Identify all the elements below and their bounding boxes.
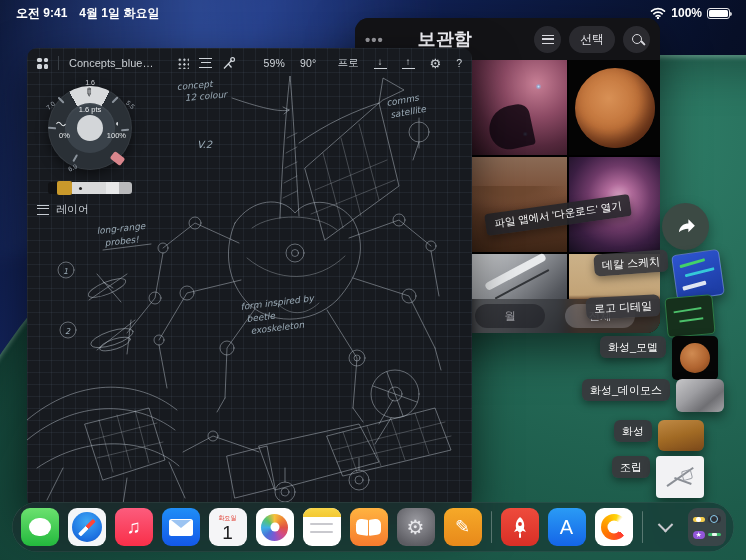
drag-item-logo[interactable]: 로고 디테일 xyxy=(586,296,714,336)
notes-header xyxy=(303,508,341,517)
wifi-icon xyxy=(650,7,666,19)
drag-item-mars[interactable]: 화성 xyxy=(614,420,704,451)
concepts-toolbar[interactable]: Concepts_blue… 59% 90° 프로 ↓ ↑ ⚙ ? xyxy=(27,48,472,78)
drag-item-deimos[interactable]: 화성_데이모스 xyxy=(582,379,724,412)
vector-nib-icon[interactable] xyxy=(222,57,236,70)
dock-divider xyxy=(491,511,492,543)
mini-app-icon xyxy=(708,515,721,523)
drag-item-label: 화성_모델 xyxy=(600,336,666,358)
document-title[interactable]: Concepts_blue… xyxy=(69,57,153,69)
search-button[interactable] xyxy=(623,26,650,53)
battery-percent: 100% xyxy=(671,6,702,20)
calendar-icon[interactable]: 화요일 1 xyxy=(209,508,247,546)
drag-item-label: 데칼 스케치 xyxy=(593,249,668,276)
annotation-probes: long-range xyxy=(96,221,147,236)
messages-icon[interactable] xyxy=(21,508,59,546)
ipad-screen: 오전 9:41 4월 1일 화요일 100% xyxy=(0,0,746,560)
swatch-light-gray[interactable] xyxy=(72,182,106,194)
share-button[interactable] xyxy=(662,203,709,250)
smoothing-icon xyxy=(56,120,66,128)
sketch-pen-icon[interactable]: ✎ xyxy=(444,508,482,546)
sketch-rover-robot xyxy=(183,370,451,502)
pro-button[interactable]: 프로 xyxy=(338,56,359,70)
app-store-icon[interactable]: A xyxy=(548,508,586,546)
dock: ♫ 화요일 1 ⚙ ✎ A ★ xyxy=(12,502,734,552)
settings-gear-icon[interactable]: ⚙ xyxy=(430,57,442,70)
tool-wheel-knob[interactable] xyxy=(77,115,103,141)
envelope-icon xyxy=(169,519,193,536)
mars-terrain-thumbnail xyxy=(658,420,704,451)
segment-months[interactable]: 월 xyxy=(475,304,545,328)
mini-app-icon xyxy=(693,517,706,522)
list-icon xyxy=(542,35,554,44)
swatch-white[interactable] xyxy=(106,182,119,194)
drag-item-label: 조립 xyxy=(612,456,650,478)
rocket-icon[interactable] xyxy=(501,508,539,546)
layers-label: 레이어 xyxy=(56,202,89,217)
decal-sketch-thumbnail xyxy=(671,249,725,301)
safari-icon[interactable] xyxy=(68,508,106,546)
swatch-gold-active[interactable] xyxy=(57,181,72,195)
photos-icon[interactable] xyxy=(256,508,294,546)
dot-grid-icon[interactable] xyxy=(177,57,189,69)
drag-item-label: 화성 xyxy=(614,420,652,442)
export-icon[interactable]: ↑ xyxy=(402,57,415,69)
chevron-down-icon[interactable] xyxy=(657,516,673,532)
annotation-version: V.2 xyxy=(197,139,213,150)
settings-icon[interactable]: ⚙ xyxy=(397,508,435,546)
view-options-button[interactable] xyxy=(534,26,561,53)
more-options-button[interactable]: ••• xyxy=(365,31,384,48)
mars-model-thumbnail xyxy=(672,336,718,380)
mail-icon[interactable] xyxy=(162,508,200,546)
gear-icon: ⚙ xyxy=(407,515,425,539)
horsehead-nebula-photo[interactable] xyxy=(472,60,567,155)
calendar-day: 1 xyxy=(222,523,233,542)
layers-panel-toggle[interactable]: 레이어 xyxy=(37,202,89,217)
select-button[interactable]: 선택 xyxy=(569,26,615,53)
color-swatch-bar[interactable] xyxy=(48,182,132,194)
battery-icon xyxy=(707,8,730,19)
swatch-black[interactable] xyxy=(48,182,57,194)
import-icon[interactable]: ↓ xyxy=(374,57,387,69)
sketch-probe-studies xyxy=(58,262,135,354)
sketch-hull-robot xyxy=(27,387,185,504)
mini-app-icon xyxy=(708,533,721,536)
help-button[interactable]: ? xyxy=(456,57,462,69)
swatch-gray[interactable] xyxy=(119,182,132,194)
rocket-glyph-icon xyxy=(508,515,532,539)
logo-detail-thumbnail xyxy=(664,294,715,338)
music-icon[interactable]: ♫ xyxy=(115,508,153,546)
speech-bubble-icon xyxy=(29,518,51,536)
flower-icon xyxy=(261,514,288,541)
drag-item-assembly[interactable]: 조립 xyxy=(612,456,704,498)
drag-item-mars-model[interactable]: 화성_모델 xyxy=(600,336,718,380)
open-book-icon xyxy=(356,518,368,536)
zoom-level[interactable]: 59% xyxy=(263,57,285,69)
drag-item-decal[interactable]: 데칼 스케치 xyxy=(594,252,722,298)
date: 4월 1일 화요일 xyxy=(79,5,159,22)
app-folder-icon[interactable]: ★ xyxy=(688,508,726,546)
svg-text:beetle: beetle xyxy=(246,310,277,324)
notes-icon[interactable] xyxy=(303,508,341,546)
appstore-a-icon: A xyxy=(560,516,573,539)
align-lines-icon[interactable] xyxy=(199,58,212,68)
drag-item-label: 화성_데이모스 xyxy=(582,379,670,401)
mars-globe-photo[interactable] xyxy=(569,60,660,155)
tool-wheel[interactable]: 1.6 ✎ 7.0 5.5 6.9 1.6 pts 0% 100% ◐ xyxy=(48,86,132,170)
share-arrow-icon xyxy=(673,214,699,240)
books-icon[interactable] xyxy=(350,508,388,546)
mini-app-icon: ★ xyxy=(693,531,706,539)
divider xyxy=(58,56,59,70)
concepts-icon[interactable] xyxy=(595,508,633,546)
app-grid-icon[interactable] xyxy=(37,58,48,69)
stroke-size-value: 1.6 pts xyxy=(48,105,132,114)
rotation-angle[interactable]: 90° xyxy=(300,57,316,69)
opacity-min: 0% xyxy=(59,131,70,140)
deimos-thumbnail xyxy=(676,379,724,412)
compass-icon xyxy=(72,512,102,542)
svg-text:12 colour: 12 colour xyxy=(184,89,228,103)
music-note-icon: ♫ xyxy=(126,516,140,538)
concepts-window: concept 12 colour comms satellite V.2 lo… xyxy=(27,48,472,508)
pen-icon: ✎ xyxy=(455,516,470,538)
annotation-arrow xyxy=(232,98,289,114)
